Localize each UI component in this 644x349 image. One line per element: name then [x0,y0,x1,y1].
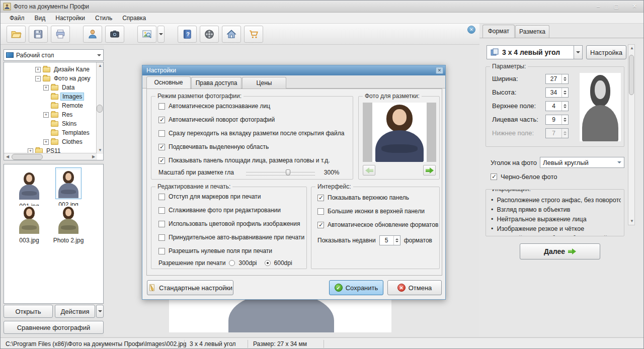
scroll-right-icon[interactable]: ▶ [90,153,97,160]
expander-icon[interactable]: + [43,85,49,91]
checkbox-black-white[interactable]: Черно-белое фото [491,173,557,181]
scale-slider[interactable] [246,169,315,176]
thumbnail-002[interactable]: 002.jpg [50,167,87,208]
actions-button[interactable]: Действия [55,305,95,318]
stepper-arrows-icon[interactable] [561,102,568,111]
scroll-up-icon[interactable]: ▲ [97,62,104,69]
height-stepper[interactable]: 34 [545,88,569,98]
checkbox-big-icons[interactable]: Большие иконки в верхней панели [317,208,425,215]
expander-icon[interactable]: + [43,139,49,145]
checkbox-face-recognition[interactable]: Автоматическое распознавание лиц [158,103,270,110]
checkbox-box[interactable] [317,195,324,201]
print-button[interactable] [51,26,70,43]
radio-300dpi[interactable] [229,260,235,266]
checkbox-smoothing[interactable]: Сглаживание фото при редактировании [158,207,281,214]
tree-horizontal-scrollbar[interactable]: ◀ ▶ [4,153,97,160]
checkbox-highlight-area[interactable]: Подсвечивать выделенную область [158,143,269,150]
tree-item-res[interactable]: +Res [43,110,74,119]
dialog-close-icon[interactable]: ✕ [436,67,443,74]
tab-general[interactable]: Основные [146,76,191,89]
expander-icon[interactable]: + [43,112,49,118]
tree-item-templates[interactable]: Templates [51,128,91,137]
expander-icon[interactable]: − [35,76,41,81]
next-button[interactable]: Далее [520,243,600,259]
next-photo-button[interactable] [423,165,436,176]
save-settings-button[interactable]: ✓ Сохранить [329,280,383,295]
checkbox-box[interactable] [317,222,324,228]
thumbnail-003[interactable]: 003.jpg [11,204,47,244]
checkbox-box[interactable] [158,207,165,214]
checkbox-box[interactable] [158,103,165,110]
tab-prices[interactable]: Цены [242,77,286,89]
tree-item-data[interactable]: +Data [43,83,76,92]
checkbox-zero-margins[interactable]: Разрешить нулевые поля при печати [158,247,272,254]
checkbox-box[interactable] [158,157,165,164]
checkbox-box[interactable] [317,208,324,215]
checkbox-box[interactable] [158,130,165,137]
format-select[interactable]: 3 х 4 левый угол [487,45,574,59]
expander-icon[interactable]: + [35,67,41,72]
save-button[interactable] [29,26,48,43]
home-button[interactable] [222,26,241,43]
checkbox-color-profile[interactable]: Использовать цветовой профиль изображени… [158,220,300,227]
scroll-left-icon[interactable]: ◀ [4,153,11,160]
tree-item-design[interactable]: +Дизайн Кале [35,65,91,74]
scroll-up-icon[interactable]: ▲ [628,45,635,52]
view-photo-dropdown[interactable] [157,26,165,43]
stepper-arrows-icon[interactable] [561,88,568,97]
checkbox-auto-rotate[interactable]: Автоматический поворот фотографий [158,116,275,123]
tree-item-remote[interactable]: Remote [51,101,85,110]
camera-button[interactable] [105,26,124,43]
format-select-dropdown[interactable] [574,45,583,59]
tree-item-images[interactable]: Images [51,92,84,101]
open-button[interactable] [7,26,26,43]
checkbox-box[interactable] [158,144,165,150]
scroll-thumb[interactable] [97,105,103,113]
scroll-thumb[interactable] [629,55,634,95]
tab-marking[interactable]: Разметка [515,25,549,38]
slider-thumb[interactable] [286,169,290,176]
maximize-button[interactable]: ▢ [609,2,623,11]
stepper-arrows-icon[interactable] [393,236,400,245]
add-user-button[interactable] [83,26,102,43]
menu-style[interactable]: Стиль [90,14,117,23]
actions-dropdown[interactable] [96,305,104,318]
tab-format[interactable]: Формат [482,25,515,38]
prev-photo-button[interactable] [363,165,375,176]
location-select[interactable]: Рабочий стол [4,49,104,61]
tree-item-clothes[interactable]: +Clothes [43,137,84,146]
menu-settings[interactable]: Настройки [50,14,90,23]
checkbox-box[interactable] [158,248,165,254]
radio-600dpi[interactable] [265,260,271,266]
recent-count-stepper[interactable]: 5 [379,235,400,245]
thumbnail-photo2[interactable]: Photo 2.jpg [50,204,87,244]
scroll-down-icon[interactable]: ▼ [628,218,635,225]
stepper-arrows-icon[interactable] [561,74,568,83]
shop-button[interactable] [244,26,263,43]
format-settings-button[interactable]: Настройка [586,45,626,59]
tab-access[interactable]: Права доступа [191,77,242,89]
cancel-button[interactable]: ✕ Отмена [387,280,442,295]
menu-help[interactable]: Справка [117,14,151,23]
checkbox-face-panel[interactable]: Показывать панель площади лица, размера … [158,157,330,164]
checkbox-box[interactable] [158,117,165,123]
checkbox-auto-align[interactable]: Принудительное авто-выравнивание при печ… [158,234,304,241]
face-part-stepper[interactable]: 9 [545,115,569,125]
tree-vertical-scrollbar[interactable]: ▲ ▼ [96,62,103,154]
checkbox-print-markers[interactable]: Отступ для маркеров при печати [158,193,261,200]
view-photo-button[interactable] [137,26,156,43]
tree-item-fotonadoku[interactable]: −Фото на доку [35,74,92,83]
default-settings-button[interactable]: Стандартные настройки [147,280,233,295]
checkbox-auto-update-formats[interactable]: Автоматическое обновление форматов [317,221,438,228]
checkbox-goto-marking[interactable]: Сразу переходить на вкладку разметки пос… [158,130,344,137]
width-stepper[interactable]: 27 [545,74,569,84]
top-margin-stepper[interactable]: 4 [545,101,569,111]
scroll-thumb[interactable] [12,154,43,160]
checkbox-box[interactable] [158,221,165,227]
stepper-arrows-icon[interactable] [561,115,568,124]
corner-select[interactable]: Левый круглый [540,157,624,168]
help-button[interactable]: ? [178,26,197,43]
compare-photos-button[interactable]: Сравнение фотографий [4,321,104,334]
hide-panel-button[interactable]: ✕ [467,26,475,34]
open-file-button[interactable]: Открыть [4,305,53,318]
